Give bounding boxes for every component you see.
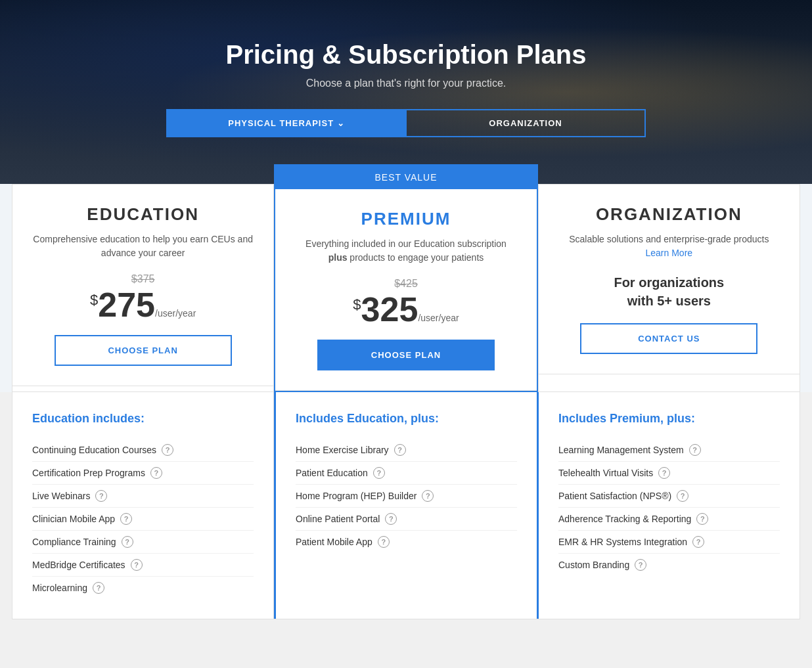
plan-card-premium: BEST VALUE PREMIUM Everything included i… (274, 164, 537, 392)
plan-title-premium: PREMIUM (295, 209, 516, 229)
features-list-premium: Home Exercise Library ? Patient Educatio… (296, 439, 517, 553)
info-icon[interactable]: ? (378, 536, 390, 548)
features-title-organization: Includes Premium, plus: (558, 412, 780, 426)
plan-type-tabs: PHYSICAL THERAPIST ⌄ ORGANIZATION (166, 109, 646, 137)
feature-label: Adherence Tracking & Reporting (558, 514, 691, 524)
choose-plan-education-button[interactable]: CHOOSE PLAN (55, 335, 232, 366)
feature-item: Clinician Mobile App ? (32, 508, 254, 531)
feature-item: EMR & HR Systems Integration ? (558, 531, 780, 554)
info-icon[interactable]: ? (93, 582, 104, 594)
plan-desc-premium: Everything included in our Education sub… (295, 237, 516, 265)
info-icon[interactable]: ? (658, 467, 670, 479)
info-icon[interactable]: ? (385, 513, 397, 525)
tab-organization[interactable]: ORGANIZATION (407, 109, 646, 137)
info-icon[interactable]: ? (131, 559, 143, 571)
feature-item: Home Exercise Library ? (296, 439, 517, 462)
features-col-education: Education includes: Continuing Education… (12, 392, 274, 619)
features-title-premium: Includes Education, plus: (296, 412, 517, 426)
page-title: Pricing & Subscription Plans (166, 40, 646, 70)
feature-label: Online Patient Portal (296, 514, 380, 524)
info-icon[interactable]: ? (692, 536, 704, 548)
feature-label: Custom Branding (558, 560, 629, 570)
info-icon[interactable]: ? (696, 513, 708, 525)
feature-item: Home Program (HEP) Builder ? (296, 485, 517, 508)
info-icon[interactable]: ? (162, 444, 173, 456)
info-icon[interactable]: ? (422, 490, 434, 502)
features-col-organization: Includes Premium, plus: Learning Managem… (539, 392, 800, 619)
feature-label: Home Program (HEP) Builder (296, 491, 417, 501)
feature-item: Patient Education ? (296, 462, 517, 485)
feature-item: Adherence Tracking & Reporting ? (558, 508, 780, 531)
feature-item: Online Patient Portal ? (296, 508, 517, 531)
plan-title-organization: ORGANIZATION (558, 204, 780, 225)
contact-us-button[interactable]: CONTACT US (580, 323, 757, 354)
feature-item: Compliance Training ? (32, 531, 254, 554)
features-list-education: Continuing Education Courses ? Certifica… (32, 439, 254, 599)
info-icon[interactable]: ? (635, 559, 646, 571)
feature-item: Patient Mobile App ? (296, 531, 517, 553)
features-section: Education includes: Continuing Education… (12, 392, 800, 619)
hero-subtitle: Choose a plan that's right for your prac… (166, 78, 646, 89)
plan-desc-organization: Scalable solutions and enterprise-grade … (558, 233, 780, 260)
feature-label: Patient Education (296, 468, 368, 478)
info-icon[interactable]: ? (122, 536, 133, 548)
tab-physical-therapist[interactable]: PHYSICAL THERAPIST ⌄ (166, 109, 407, 137)
feature-label: Compliance Training (32, 537, 116, 547)
plan-card-education: EDUCATION Comprehensive education to hel… (12, 184, 274, 392)
dollar-sign-premium: $ (353, 296, 361, 313)
plan-desc-education: Comprehensive education to help you earn… (32, 233, 254, 260)
feature-label: EMR & HR Systems Integration (558, 537, 687, 547)
feature-item: Learning Management System ? (558, 439, 780, 462)
feature-item: Live Webinars ? (32, 485, 254, 508)
price-period-education: /user/year (155, 308, 196, 319)
plan-header-premium: PREMIUM Everything included in our Educa… (275, 189, 536, 391)
feature-item: Telehealth Virtual Visits ? (558, 462, 780, 485)
info-icon[interactable]: ? (677, 490, 688, 502)
plan-card-organization: ORGANIZATION Scalable solutions and ente… (538, 184, 800, 392)
feature-label: Patient Satisfaction (NPS®) (558, 491, 671, 501)
feature-item: Microlearning ? (32, 577, 254, 599)
price-original-education: $375 (32, 273, 254, 285)
hero-section: Pricing & Subscription Plans Choose a pl… (0, 0, 812, 184)
feature-item: MedBridge Certificates ? (32, 554, 254, 577)
feature-label: Clinician Mobile App (32, 514, 115, 524)
dollar-sign: $ (90, 292, 98, 309)
plan-title-education: EDUCATION (32, 204, 254, 225)
feature-label: Home Exercise Library (296, 445, 389, 455)
feature-label: Certification Prep Programs (32, 468, 145, 478)
hero-content: Pricing & Subscription Plans Choose a pl… (166, 40, 646, 137)
info-icon[interactable]: ? (150, 467, 162, 479)
pricing-cards: EDUCATION Comprehensive education to hel… (12, 184, 800, 392)
learn-more-link[interactable]: Learn More (646, 248, 693, 258)
feature-label: Live Webinars (32, 491, 90, 501)
plan-header-education: EDUCATION Comprehensive education to hel… (12, 185, 273, 386)
feature-label: Patient Mobile App (296, 537, 372, 547)
price-main-premium: $325/user/year (295, 292, 516, 326)
feature-label: Learning Management System (558, 445, 684, 455)
features-list-organization: Learning Management System ? Telehealth … (558, 439, 780, 576)
feature-label: Continuing Education Courses (32, 445, 156, 455)
choose-plan-premium-button[interactable]: CHOOSE PLAN (317, 340, 495, 370)
feature-label: MedBridge Certificates (32, 560, 125, 570)
feature-label: Microlearning (32, 583, 87, 593)
price-period-premium: /user/year (418, 313, 459, 323)
features-col-premium: Includes Education, plus: Home Exercise … (274, 392, 539, 619)
price-main-education: $275/user/year (32, 288, 254, 322)
plan-header-organization: ORGANIZATION Scalable solutions and ente… (539, 185, 800, 374)
chevron-down-icon: ⌄ (337, 118, 345, 128)
features-title-education: Education includes: (32, 412, 254, 426)
org-price-text: For organizationswith 5+ users (558, 273, 780, 310)
best-value-banner: BEST VALUE (275, 166, 536, 189)
feature-item: Continuing Education Courses ? (32, 439, 254, 462)
feature-item: Custom Branding ? (558, 554, 780, 576)
feature-label: Telehealth Virtual Visits (558, 468, 653, 478)
info-icon[interactable]: ? (95, 490, 107, 502)
price-original-premium: $425 (295, 278, 516, 290)
info-icon[interactable]: ? (394, 444, 406, 456)
info-icon[interactable]: ? (120, 513, 132, 525)
feature-item: Patient Satisfaction (NPS®) ? (558, 485, 780, 508)
feature-item: Certification Prep Programs ? (32, 462, 254, 485)
info-icon[interactable]: ? (373, 467, 385, 479)
info-icon[interactable]: ? (689, 444, 701, 456)
